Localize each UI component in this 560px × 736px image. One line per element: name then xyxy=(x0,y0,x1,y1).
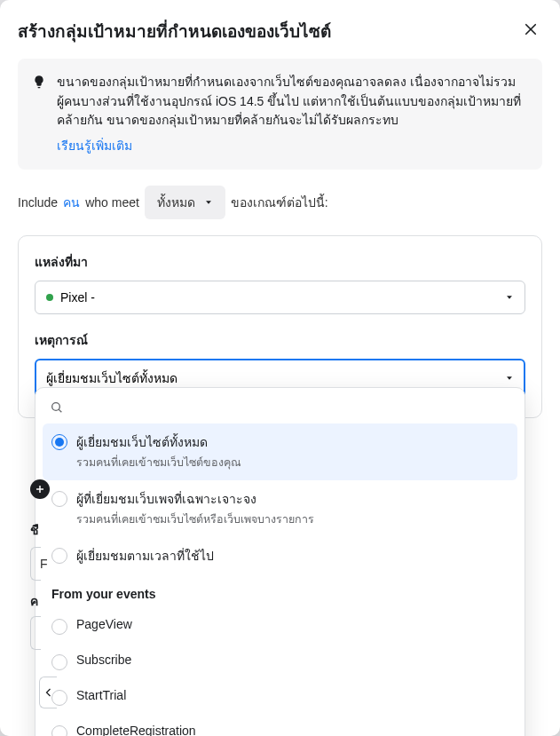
svg-line-3 xyxy=(59,409,61,412)
radio-icon xyxy=(51,654,67,670)
close-icon xyxy=(523,21,539,37)
lightbulb-icon xyxy=(32,75,46,155)
radio-icon xyxy=(51,548,67,564)
option-title: PageView xyxy=(76,617,132,631)
radio-icon xyxy=(51,619,67,635)
svg-point-2 xyxy=(52,403,60,411)
option-title: StartTrial xyxy=(76,688,126,702)
radio-icon xyxy=(51,725,67,736)
option-title: ผู้เยี่ยมชมเว็บไซต์ทั้งหมด xyxy=(76,432,241,452)
name-label-partial: ชื xyxy=(30,520,39,540)
option-subtitle: รวมคนที่เคยเข้าชมเว็บไซต์หรือเว็บเพจบางร… xyxy=(76,510,314,528)
learn-more-link[interactable]: เรียนรู้เพิ่มเติม xyxy=(57,136,132,155)
option-event-completeregistration[interactable]: CompleteRegistration xyxy=(43,715,517,736)
events-value: ผู้เยี่ยมชมเว็บไซต์ทั้งหมด xyxy=(46,368,177,388)
info-banner: ขนาดของกลุ่มเป้าหมายที่กำหนดเองจากเว็บไซ… xyxy=(18,59,542,170)
info-text: ขนาดของกลุ่มเป้าหมายที่กำหนดเองจากเว็บไซ… xyxy=(57,73,528,131)
people-link[interactable]: คน xyxy=(63,193,80,212)
caret-down-icon xyxy=(505,374,514,383)
caret-down-icon xyxy=(505,293,514,302)
name-input-partial[interactable]: F xyxy=(30,547,41,581)
modal-title: สร้างกลุ่มเป้าหมายที่กำหนดเองของเว็บไซต์ xyxy=(18,18,331,44)
radio-icon xyxy=(51,434,67,450)
desc-label-partial: ค xyxy=(30,591,38,611)
include-criteria-row: Include คน who meet ทั้งหมด ของเกณฑ์ต่อไ… xyxy=(18,186,542,219)
close-button[interactable] xyxy=(519,18,542,44)
create-audience-modal: สร้างกลุ่มเป้าหมายที่กำหนดเองของเว็บไซต์… xyxy=(0,0,560,736)
option-all-visitors[interactable]: ผู้เยี่ยมชมเว็บไซต์ทั้งหมด รวมคนที่เคยเข… xyxy=(43,423,517,480)
source-value: Pixel - xyxy=(60,290,95,305)
option-event-subscribe[interactable]: Subscribe xyxy=(43,644,517,679)
chevron-left-icon xyxy=(43,687,54,698)
option-title: ผู้เยี่ยมชมตามเวลาที่ใช้ไป xyxy=(76,546,214,566)
source-label: แหล่งที่มา xyxy=(35,252,525,272)
option-title: CompleteRegistration xyxy=(76,724,196,736)
option-subtitle: รวมคนที่เคยเข้าชมเว็บไซต์ของคุณ xyxy=(76,454,241,471)
match-mode-label: ทั้งหมด xyxy=(157,193,195,212)
option-specific-pages[interactable]: ผู้ที่เยี่ยมชมเว็บเพจที่เฉพาะเจาะจง รวมค… xyxy=(43,480,517,537)
desc-input-partial[interactable] xyxy=(30,616,41,650)
criteria-card: แหล่งที่มา Pixel - เหตุการณ์ ผู้เยี่ยมชม… xyxy=(18,235,542,418)
option-title: Subscribe xyxy=(76,653,131,667)
plus-icon xyxy=(35,484,45,495)
option-time-spent[interactable]: ผู้เยี่ยมชมตามเวลาที่ใช้ไป xyxy=(43,537,517,574)
option-title: ผู้ที่เยี่ยมชมเว็บเพจที่เฉพาะเจาะจง xyxy=(76,489,314,509)
events-dropdown: ผู้เยี่ยมชมเว็บไซต์ทั้งหมด รวมคนที่เคยเข… xyxy=(35,387,525,736)
match-mode-select[interactable]: ทั้งหมด xyxy=(145,186,225,219)
caret-down-icon xyxy=(204,198,213,207)
source-select[interactable]: Pixel - xyxy=(35,281,525,314)
dropdown-search-input[interactable] xyxy=(71,400,510,415)
events-label: เหตุการณ์ xyxy=(35,330,525,350)
who-meet-text: who meet xyxy=(85,195,139,210)
radio-icon xyxy=(51,491,67,507)
option-event-pageview[interactable]: PageView xyxy=(43,608,517,644)
search-icon xyxy=(50,400,64,415)
from-events-header: From your events xyxy=(43,574,517,608)
include-prefix: Include xyxy=(18,195,58,210)
option-event-starttrial[interactable]: StartTrial xyxy=(43,679,517,715)
status-dot-icon xyxy=(46,294,53,301)
back-button-partial[interactable] xyxy=(39,677,57,708)
add-criteria-button[interactable] xyxy=(30,479,50,499)
criteria-suffix: ของเกณฑ์ต่อไปนี้: xyxy=(231,193,328,212)
